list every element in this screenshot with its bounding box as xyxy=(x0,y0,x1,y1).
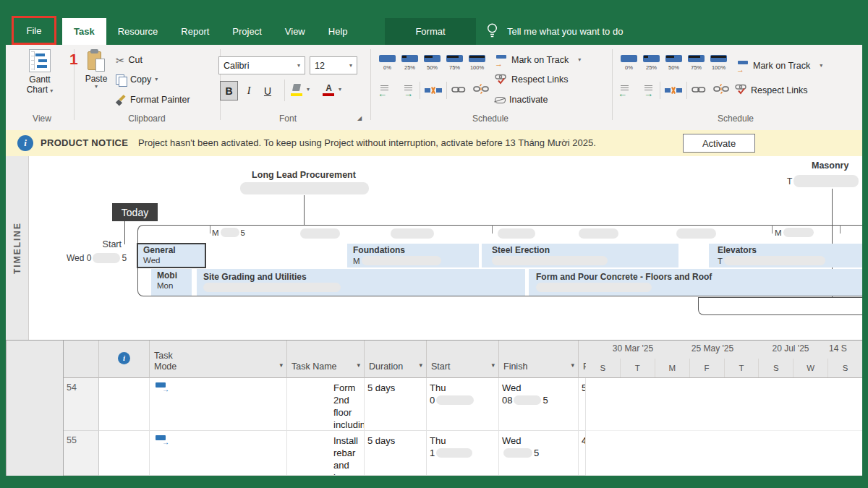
tab-view[interactable]: View xyxy=(273,18,317,45)
table-gantt-splitter[interactable] xyxy=(6,341,64,476)
percent-75-button[interactable]: 75% xyxy=(443,53,466,74)
mark-on-track-button-2[interactable]: → Mark on Track ▾ xyxy=(736,59,822,73)
percent-100-button[interactable]: 100% xyxy=(466,53,488,74)
tab-resource[interactable]: Resource xyxy=(106,18,170,45)
task-name-cell[interactable]: Install rebarand in-floorutilities xyxy=(287,431,365,476)
filter-arrow-icon[interactable]: ▾ xyxy=(571,360,574,371)
callout-masonry[interactable]: Masonry xyxy=(812,158,848,171)
column-header-start[interactable]: Start ▾ xyxy=(427,341,499,378)
timeline-bar-foundations[interactable]: Foundations M xyxy=(347,244,479,267)
gantt-chart-label-1: Gantt xyxy=(29,74,50,85)
indent-task-icon[interactable]: → xyxy=(399,85,415,97)
row-number-header[interactable] xyxy=(64,341,99,378)
percent-0-button-2[interactable]: 0% xyxy=(618,53,640,74)
callout-line xyxy=(304,195,305,225)
underline-button[interactable]: U xyxy=(260,81,276,100)
tab-project[interactable]: Project xyxy=(221,18,273,45)
percent-75-button-2[interactable]: 75% xyxy=(685,53,707,74)
split-task-icon[interactable] xyxy=(425,85,442,95)
cut-button[interactable]: ✂ Cut xyxy=(116,53,142,67)
percent-75-icon xyxy=(688,55,705,62)
respect-links-label[interactable]: Respect Links xyxy=(751,85,808,95)
paste-button[interactable]: Paste ▾ xyxy=(80,49,113,90)
percent-100-button-2[interactable]: 100% xyxy=(707,53,730,74)
outdent-task-icon[interactable]: ← xyxy=(378,85,393,97)
copy-button[interactable]: Copy ▾ xyxy=(116,72,158,87)
percent-25-button-2[interactable]: 25% xyxy=(640,53,663,74)
task-mode-cell[interactable]: → xyxy=(150,431,287,476)
filter-arrow-icon[interactable]: ▾ xyxy=(419,360,422,371)
column-header-task-name[interactable]: Task Name ▾ xyxy=(287,341,365,378)
timeline-bar-mobilize[interactable]: Mobi Mon xyxy=(151,269,192,296)
link-tasks-icon[interactable] xyxy=(451,84,466,97)
percent-50-button[interactable]: 50% xyxy=(421,53,443,74)
today-marker: Today xyxy=(112,203,158,221)
predecessors-cell[interactable]: 47 xyxy=(579,431,586,476)
tab-help[interactable]: Help xyxy=(317,18,359,45)
task-name-cell[interactable]: Form 2nd floorincluding allfloor opening… xyxy=(287,378,365,431)
filter-arrow-icon[interactable]: ▾ xyxy=(357,360,360,371)
duration-cell[interactable]: 5 days xyxy=(365,378,427,431)
row-number[interactable]: 54 xyxy=(64,378,99,431)
mark-on-track-label: Mark on Track xyxy=(511,55,569,65)
mark-on-track-icon: → xyxy=(736,60,749,72)
column-header-duration[interactable]: Duration ▾ xyxy=(365,341,427,378)
dialog-launcher-icon[interactable]: ◢ xyxy=(357,115,362,121)
respect-links-icon[interactable] xyxy=(735,83,748,98)
indicator-cell[interactable] xyxy=(99,431,150,476)
timeline-bar-general[interactable]: General Wed xyxy=(137,244,205,267)
percent-0-button[interactable]: 0% xyxy=(376,53,399,74)
callout-long-lead-procurement[interactable]: Long Lead Procurement xyxy=(224,168,383,181)
gantt-chart-button[interactable]: Gantt Chart ▾ xyxy=(16,49,64,95)
timeline-pane: TIMELINE Long Lead Procurement Masonry T… xyxy=(6,156,862,340)
tab-report[interactable]: Report xyxy=(169,18,221,45)
split-task-icon[interactable] xyxy=(665,85,682,95)
italic-button[interactable]: I xyxy=(241,81,257,100)
mark-on-track-button[interactable]: → Mark on Track ▾ xyxy=(495,53,581,67)
finish-cell[interactable]: Wed 085 xyxy=(499,378,579,431)
timeline-bar-steel-erection[interactable]: Steel Erection xyxy=(482,244,678,267)
inactivate-button[interactable]: Inactivate xyxy=(495,93,548,107)
tab-task[interactable]: Task xyxy=(62,18,106,45)
font-size-select[interactable]: 12 ▾ xyxy=(310,56,357,74)
tab-file[interactable]: File xyxy=(12,16,56,45)
font-size-value: 12 xyxy=(315,61,325,71)
duration-cell[interactable]: 5 days xyxy=(365,431,427,476)
unlink-tasks-icon[interactable] xyxy=(473,84,489,97)
format-painter-button[interactable]: Format Painter xyxy=(116,93,190,107)
activate-button[interactable]: Activate xyxy=(683,134,755,153)
timeline-bar-site-grading[interactable]: Site Grading and Utilities xyxy=(197,269,525,296)
indicator-cell[interactable] xyxy=(99,378,150,431)
column-header-task-mode[interactable]: Task Mode ▾ xyxy=(150,341,287,378)
percent-50-button-2[interactable]: 50% xyxy=(663,53,685,74)
percent-25-button[interactable]: 25% xyxy=(399,53,421,74)
indent-task-icon[interactable]: → xyxy=(639,85,655,97)
finish-cell[interactable]: Wed 5 xyxy=(499,431,579,476)
column-header-finish[interactable]: Finish ▾ xyxy=(499,341,579,378)
link-tasks-icon[interactable] xyxy=(692,84,706,97)
background-color-button[interactable]: ▾ xyxy=(291,82,310,97)
timeline-bar-form-pour-concrete[interactable]: Form and Pour Concrete - Floors and Roof xyxy=(529,269,862,296)
tell-me-box[interactable]: Tell me what you want to do xyxy=(486,18,623,45)
start-cell[interactable]: Thu 1 xyxy=(427,431,499,476)
start-cell[interactable]: Thu 0 xyxy=(427,378,499,431)
filter-arrow-icon[interactable]: ▾ xyxy=(491,360,495,371)
outdent-task-icon[interactable]: ← xyxy=(618,85,634,97)
task-mode-cell[interactable]: → xyxy=(150,378,287,431)
timeline-pane-strip[interactable]: TIMELINE xyxy=(6,156,29,340)
gantt-month-labels: 30 Mar '25 25 May '25 20 Jul '25 14 S xyxy=(586,343,862,356)
percent-100-icon xyxy=(469,55,485,62)
unlink-tasks-icon[interactable] xyxy=(713,84,729,97)
indicator-column-header[interactable]: i xyxy=(99,341,150,378)
predecessors-cell[interactable]: 52,13,14,15,47 xyxy=(579,378,586,431)
filter-arrow-icon[interactable]: ▾ xyxy=(279,360,283,371)
redacted-date xyxy=(436,448,472,458)
chevron-down-icon: ▾ xyxy=(155,77,158,82)
font-family-select[interactable]: Calibri ▾ xyxy=(218,56,305,74)
respect-links-button[interactable]: Respect Links xyxy=(495,72,569,87)
tab-format[interactable]: Format xyxy=(385,18,476,45)
bold-button[interactable]: B xyxy=(220,81,238,100)
timeline-bar-elevators[interactable]: Elevators T xyxy=(709,244,862,267)
row-number[interactable]: 55 xyxy=(64,431,99,476)
font-color-button[interactable]: A ▾ xyxy=(323,82,341,97)
